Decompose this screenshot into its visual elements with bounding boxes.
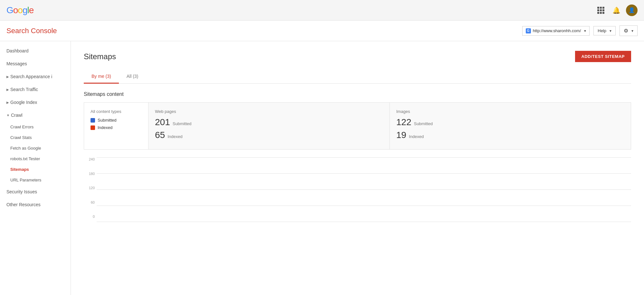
sidebar-item-search-traffic[interactable]: ▶ Search Traffic <box>0 83 71 96</box>
sidebar-item-dashboard[interactable]: Dashboard <box>0 44 71 57</box>
chart-y-labels: 240 180 120 60 0 <box>84 157 97 218</box>
sidebar-item-other-resources[interactable]: Other Resources <box>0 198 71 211</box>
avatar[interactable]: 👤 <box>626 5 638 16</box>
settings-button[interactable]: ⚙ ▾ <box>620 25 638 36</box>
site-url: http://www.sharonhh.com/ <box>533 28 581 33</box>
site-favicon: G <box>526 28 531 33</box>
notifications-button[interactable]: 🔔 <box>610 5 622 16</box>
sidebar-item-label: Crawl <box>11 113 23 118</box>
sidebar-sub-item-sitemaps[interactable]: Sitemaps <box>0 164 71 175</box>
chevron-down-icon: ▼ <box>6 114 10 117</box>
web-pages-indexed-count: 65 <box>155 130 165 140</box>
bars-container <box>97 157 631 222</box>
legend-submitted: Submitted <box>91 118 142 123</box>
chart-grid <box>97 157 631 222</box>
sidebar-item-crawl[interactable]: ▼ Crawl <box>0 109 71 122</box>
y-label-180: 180 <box>89 172 95 176</box>
google-logo: Google <box>6 5 34 15</box>
sidebar-sub-item-fetch-as-google[interactable]: Fetch as Google <box>0 143 71 153</box>
tab-all[interactable]: All (3) <box>119 70 146 84</box>
top-header: Google 🔔 👤 <box>0 0 644 21</box>
web-pages-submitted-count: 201 <box>155 117 170 127</box>
help-label: Help <box>598 28 606 33</box>
help-dropdown-arrow: ▾ <box>610 29 611 33</box>
sidebar-item-label: Messages <box>6 61 27 66</box>
images-column: Images 122 Submitted 19 Indexed <box>390 103 631 149</box>
chevron-right-icon: ▶ <box>6 75 9 78</box>
web-pages-submitted-label: Submitted <box>173 121 192 126</box>
y-label-240: 240 <box>89 157 95 161</box>
web-pages-column: Web pages 201 Submitted 65 Indexed <box>149 103 390 149</box>
sidebar-sub-label: Crawl Stats <box>10 135 32 140</box>
grid-icon <box>597 7 604 14</box>
tab-by-me[interactable]: By me (3) <box>84 70 119 84</box>
sidebar-item-security-issues[interactable]: Security Issues <box>0 185 71 198</box>
chevron-right-icon: ▶ <box>6 88 9 91</box>
content-header: Sitemaps ADD/TEST SITEMAP <box>84 51 631 62</box>
legend-indexed: Indexed <box>91 125 142 130</box>
main-layout: Dashboard Messages ▶ Search Appearance i… <box>0 41 644 295</box>
web-pages-indexed-stat: 65 Indexed <box>155 130 383 140</box>
chart-area: 240 180 120 60 0 <box>84 157 631 228</box>
images-label: Images <box>396 109 624 114</box>
app-title: Search Console <box>6 27 57 35</box>
sidebar-sub-label: URL Parameters <box>10 178 41 182</box>
sidebar-item-label: Security Issues <box>6 189 37 194</box>
indexed-legend-label: Indexed <box>98 125 112 130</box>
sitemaps-content-label: Sitemaps content <box>84 91 631 97</box>
sidebar-item-messages[interactable]: Messages <box>0 57 71 70</box>
sidebar-sub-label: Fetch as Google <box>10 146 41 151</box>
sidebar-sub-item-robots-txt[interactable]: robots.txt Tester <box>0 153 71 164</box>
sidebar-sub-label: robots.txt Tester <box>10 156 40 161</box>
sidebar-sub-item-crawl-stats[interactable]: Crawl Stats <box>0 132 71 143</box>
sidebar-sub-item-crawl-errors[interactable]: Crawl Errors <box>0 122 71 132</box>
sidebar-sub-label: Sitemaps <box>10 167 29 172</box>
sidebar-item-label: Search Traffic <box>10 87 38 92</box>
apps-icon-button[interactable] <box>595 5 607 16</box>
y-label-0: 0 <box>93 215 95 218</box>
images-submitted-label: Submitted <box>414 121 433 126</box>
settings-dropdown-arrow: ▾ <box>631 29 633 33</box>
sidebar-item-search-appearance[interactable]: ▶ Search Appearance i <box>0 70 71 83</box>
tab-bar: By me (3) All (3) <box>84 70 631 84</box>
gear-icon: ⚙ <box>624 28 628 34</box>
sidebar-sub-label: Crawl Errors <box>10 124 34 129</box>
images-indexed-label: Indexed <box>409 134 424 139</box>
page-title: Sitemaps <box>84 52 116 61</box>
sidebar-item-label: Dashboard <box>6 48 29 53</box>
images-submitted-count: 122 <box>396 117 411 127</box>
all-content-types-label: All content types <box>91 109 142 114</box>
sidebar-item-label: Google Index <box>10 100 37 105</box>
add-sitemap-button[interactable]: ADD/TEST SITEMAP <box>575 51 631 62</box>
images-submitted-stat: 122 Submitted <box>396 117 624 127</box>
images-indexed-count: 19 <box>396 130 406 140</box>
submitted-color-dot <box>91 118 95 123</box>
content-types-box: All content types Submitted Indexed Web … <box>84 102 631 150</box>
help-button[interactable]: Help ▾ <box>593 26 616 35</box>
grid-line-bottom <box>97 222 631 222</box>
site-dropdown-arrow: ▾ <box>584 29 586 33</box>
web-pages-indexed-label: Indexed <box>168 134 182 139</box>
sidebar-item-google-index[interactable]: ▶ Google Index <box>0 96 71 109</box>
y-label-120: 120 <box>89 186 95 190</box>
submitted-legend-label: Submitted <box>98 118 117 123</box>
images-indexed-stat: 19 Indexed <box>396 130 624 140</box>
sub-header-controls: G http://www.sharonhh.com/ ▾ Help ▾ ⚙ ▾ <box>522 25 638 36</box>
sidebar-item-label: Search Appearance <box>10 74 50 79</box>
sidebar-item-label: Other Resources <box>6 202 41 207</box>
content-legend: All content types Submitted Indexed <box>84 103 149 149</box>
site-selector[interactable]: G http://www.sharonhh.com/ ▾ <box>522 26 590 36</box>
header-right: 🔔 👤 <box>595 5 638 16</box>
chevron-right-icon: ▶ <box>6 101 9 104</box>
web-pages-label: Web pages <box>155 109 383 114</box>
main-content: Sitemaps ADD/TEST SITEMAP By me (3) All … <box>71 41 644 295</box>
web-pages-submitted-stat: 201 Submitted <box>155 117 383 127</box>
indexed-color-dot <box>91 125 95 130</box>
sidebar-sub-item-url-parameters[interactable]: URL Parameters <box>0 175 71 185</box>
y-label-60: 60 <box>91 200 95 204</box>
sidebar: Dashboard Messages ▶ Search Appearance i… <box>0 41 71 295</box>
info-icon: i <box>51 74 52 79</box>
sub-header: Search Console G http://www.sharonhh.com… <box>0 21 644 41</box>
